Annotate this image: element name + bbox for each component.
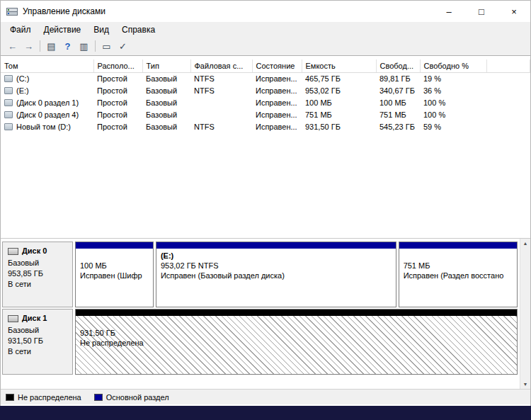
disk-management-screen: Управление дисками – □ × Файл Действие В… — [0, 0, 531, 420]
cell-free: 751 МБ — [376, 108, 420, 120]
cell-volume: Новый том (D:) — [16, 123, 71, 131]
cell-filesystem — [190, 96, 252, 108]
minimize-button[interactable]: – — [433, 1, 465, 22]
partition-disk0-efi[interactable]: 100 МБ Исправен (Шифр — [75, 242, 154, 307]
volume-icon — [4, 99, 13, 106]
volume-icon — [4, 123, 13, 130]
partition-disk0-e[interactable]: (E:) 953,02 ГБ NTFS Исправен (Базовый ра… — [156, 242, 396, 307]
console-tree-icon[interactable]: ▤ — [43, 39, 59, 54]
cell-filesystem — [190, 108, 252, 120]
titlebar: Управление дисками – □ × — [1, 1, 530, 22]
col-free[interactable]: Свобод... — [376, 59, 420, 72]
col-volume[interactable]: Том — [1, 59, 93, 72]
cell-layout: Простой — [93, 120, 142, 132]
partition-disk0-recovery[interactable]: 751 МБ Исправен (Раздел восстано — [399, 242, 518, 307]
disk-type: Базовый — [8, 258, 67, 268]
volume-table: Том Располо... Тип Файловая с... Состоян… — [1, 59, 530, 132]
maximize-button[interactable]: □ — [465, 1, 498, 22]
disk-size: 931,50 ГБ — [8, 336, 67, 346]
partition-size: 100 МБ — [80, 261, 149, 271]
cell-filesystem: NTFS — [190, 120, 252, 132]
scroll-up-icon[interactable]: ▲ — [523, 239, 528, 248]
legend-label: Не распределена — [18, 393, 81, 402]
table-row[interactable]: (Диск 0 раздел 4) Простой Базовый Исправ… — [1, 108, 530, 120]
cell-free-pct: 19 % — [420, 72, 486, 84]
check-disk-icon[interactable]: ✓ — [115, 39, 131, 54]
window-controls: – □ × — [433, 1, 530, 22]
cell-volume: (E:) — [16, 86, 29, 95]
partition-type-strip — [76, 242, 153, 249]
table-row[interactable]: (C:) Простой Базовый NTFS Исправен... 46… — [1, 72, 530, 84]
vertical-scrollbar[interactable]: ▲ ▼ — [520, 239, 530, 389]
col-type[interactable]: Тип — [142, 59, 190, 72]
disk-1-info-panel[interactable]: Диск 1 Базовый 931,50 ГБ В сети — [2, 309, 73, 375]
cell-status: Исправен... — [252, 84, 302, 96]
export-list-icon[interactable]: ▥ — [76, 39, 92, 54]
volume-icon — [4, 75, 13, 82]
menu-file[interactable]: Файл — [4, 23, 38, 36]
partition-label: (E:) — [161, 251, 392, 261]
partition-size: 931,50 ГБ — [80, 328, 513, 338]
cell-status: Исправен... — [252, 72, 302, 84]
col-filesystem[interactable]: Файловая с... — [190, 59, 252, 72]
cell-layout: Простой — [93, 84, 142, 96]
unallocated-swatch — [6, 394, 14, 401]
partition-label — [80, 251, 149, 261]
cell-type: Базовый — [142, 108, 190, 120]
cell-free: 89,81 ГБ — [376, 72, 420, 84]
cell-free: 100 МБ — [376, 96, 420, 108]
cell-type: Базовый — [142, 72, 190, 84]
table-row[interactable]: (E:) Простой Базовый NTFS Исправен... 95… — [1, 84, 530, 96]
disk-management-window: Управление дисками – □ × Файл Действие В… — [0, 0, 531, 406]
disk-name: Диск 0 — [22, 246, 47, 256]
partition-label — [80, 318, 513, 328]
col-filler — [486, 59, 530, 72]
legend-item-unallocated: Не распределена — [6, 393, 81, 402]
cell-status: Исправен... — [252, 108, 302, 120]
back-icon[interactable]: ← — [4, 39, 21, 54]
partition-size: 751 МБ — [404, 261, 513, 271]
col-free-pct[interactable]: Свободно % — [420, 59, 486, 72]
disk-0-info-panel[interactable]: Диск 0 Базовый 953,85 ГБ В сети — [2, 242, 73, 307]
help-icon[interactable]: ? — [59, 39, 76, 54]
cell-capacity: 751 МБ — [302, 108, 376, 120]
partition-disk1-unallocated[interactable]: 931,50 ГБ Не распределена — [75, 309, 518, 375]
partition-status: Исправен (Базовый раздел диска) — [161, 271, 392, 280]
disk-type: Базовый — [8, 325, 67, 336]
disk-status: В сети — [8, 346, 67, 357]
menu-view[interactable]: Вид — [87, 23, 115, 36]
menu-help[interactable]: Справка — [115, 23, 161, 36]
disk-status: В сети — [8, 279, 67, 290]
properties-icon[interactable]: ▭ — [98, 39, 115, 54]
cell-status: Исправен... — [252, 120, 302, 132]
toolbar: ← → ▤ ? ▥ ▭ ✓ — [1, 37, 530, 56]
partition-status: Исправен (Шифр — [80, 271, 149, 280]
partition-type-strip — [399, 242, 517, 249]
table-row[interactable]: (Диск 0 раздел 1) Простой Базовый Исправ… — [1, 96, 530, 108]
col-capacity[interactable]: Емкость — [302, 59, 376, 72]
cell-free: 340,67 ГБ — [376, 84, 420, 96]
forward-icon[interactable]: → — [21, 39, 37, 54]
menu-action[interactable]: Действие — [38, 23, 88, 36]
partition-label — [404, 251, 513, 261]
cell-free-pct: 59 % — [420, 120, 486, 132]
table-row[interactable]: Новый том (D:) Простой Базовый NTFS Испр… — [1, 120, 530, 132]
disk-size: 953,85 ГБ — [8, 268, 67, 279]
cell-filesystem: NTFS — [190, 84, 252, 96]
disk-icon — [8, 315, 18, 322]
col-status[interactable]: Состояние — [252, 59, 302, 72]
app-icon — [6, 6, 18, 16]
cell-type: Базовый — [142, 84, 190, 96]
toolbar-separator — [40, 40, 40, 52]
disk-row-0: Диск 0 Базовый 953,85 ГБ В сети 100 МБ И… — [2, 242, 518, 307]
scroll-down-icon[interactable]: ▼ — [523, 380, 528, 389]
cell-capacity: 931,50 ГБ — [302, 120, 376, 132]
volume-icon — [4, 111, 13, 118]
legend-label: Основной раздел — [106, 393, 169, 402]
volume-list-pane: Том Располо... Тип Файловая с... Состоян… — [1, 56, 530, 239]
close-button[interactable]: × — [498, 1, 530, 22]
col-layout[interactable]: Располо... — [93, 59, 142, 72]
cell-free-pct: 100 % — [420, 108, 486, 120]
legend-bar: Не распределена Основной раздел — [1, 389, 530, 404]
disk-row-1: Диск 1 Базовый 931,50 ГБ В сети 931,50 Г… — [2, 309, 518, 375]
